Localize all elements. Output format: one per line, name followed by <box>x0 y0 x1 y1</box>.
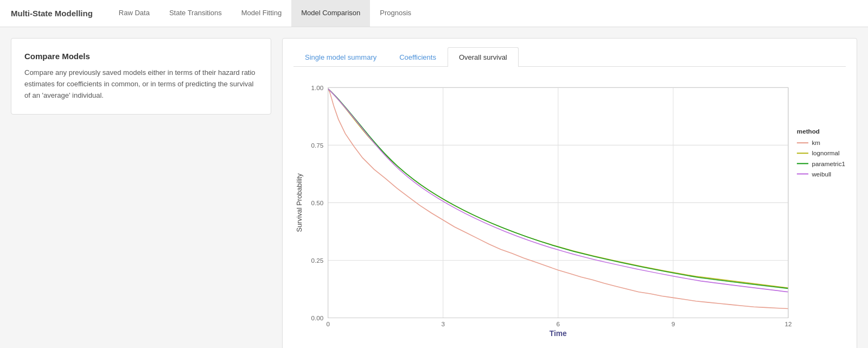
info-card-title: Compare Models <box>24 52 258 61</box>
left-panel: Compare Models Compare any previously sa… <box>11 38 271 348</box>
svg-text:6: 6 <box>557 320 560 327</box>
right-panel: Single model summary Coefficients Overal… <box>282 38 857 348</box>
nav-item-model-fitting[interactable]: Model Fitting <box>232 0 291 27</box>
info-card: Compare Models Compare any previously sa… <box>11 38 271 115</box>
legend: method km lognormal parametric1 weibull <box>797 128 845 177</box>
svg-text:method: method <box>797 128 820 135</box>
top-nav: Multi-State Modelling Raw Data State Tra… <box>0 0 868 27</box>
chart-container: 1.00 0.75 0.50 0.25 0.00 0 3 6 9 12 Time <box>293 75 846 341</box>
tab-overall-survival[interactable]: Overall survival <box>448 47 519 67</box>
svg-text:parametric1: parametric1 <box>812 160 845 167</box>
survival-chart: 1.00 0.75 0.50 0.25 0.00 0 3 6 9 12 Time <box>293 75 846 341</box>
svg-text:0.50: 0.50 <box>311 199 323 206</box>
svg-text:lognormal: lognormal <box>812 149 839 156</box>
svg-text:km: km <box>812 139 820 146</box>
nav-item-model-comparison[interactable]: Model Comparison <box>291 0 370 27</box>
app-title: Multi-State Modelling <box>11 9 93 18</box>
info-card-text: Compare any previously saved models eith… <box>24 67 258 101</box>
tab-single-model-summary[interactable]: Single model summary <box>293 47 388 67</box>
svg-text:0: 0 <box>326 320 330 327</box>
svg-text:12: 12 <box>784 320 792 327</box>
svg-text:weibull: weibull <box>811 170 831 178</box>
tab-coefficients[interactable]: Coefficients <box>388 47 448 67</box>
main-content: Compare Models Compare any previously sa… <box>0 27 868 348</box>
tab-bar: Single model summary Coefficients Overal… <box>293 47 846 67</box>
svg-text:9: 9 <box>672 320 675 327</box>
svg-text:3: 3 <box>441 320 444 327</box>
svg-text:0.25: 0.25 <box>311 257 323 264</box>
svg-text:1.00: 1.00 <box>311 84 323 91</box>
y-axis-label: Survival Probability <box>295 173 303 232</box>
svg-text:0.75: 0.75 <box>311 142 323 149</box>
nav-items: Raw Data State Transitions Model Fitting… <box>109 0 421 27</box>
svg-text:0.00: 0.00 <box>311 314 323 321</box>
x-axis-label: Time <box>550 330 567 338</box>
nav-item-raw-data[interactable]: Raw Data <box>109 0 159 27</box>
nav-item-state-transitions[interactable]: State Transitions <box>159 0 232 27</box>
nav-item-prognosis[interactable]: Prognosis <box>370 0 421 27</box>
